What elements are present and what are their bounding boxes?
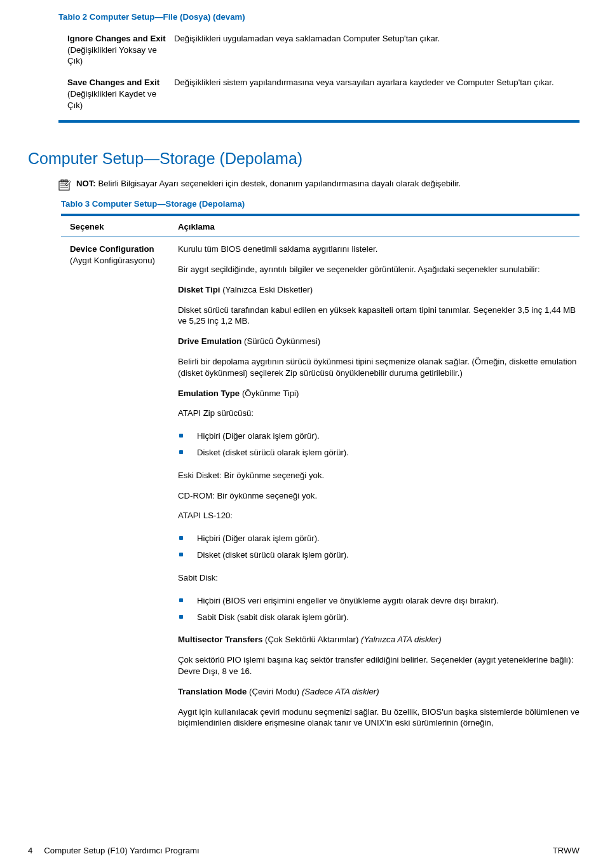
sub-heading: Emulation Type (Öykünme Tipi): [178, 388, 580, 399]
list-item-text: Disket (disket sürücü olarak işlem görür…: [197, 447, 349, 458]
list-item: Disket (disket sürücü olarak işlem görür…: [179, 444, 580, 461]
sub-heading-italic: (Sadece ATA diskler): [302, 687, 379, 696]
table2-cell-option: Save Changes and Exit (Değişiklikleri Ka…: [67, 77, 174, 111]
table3-title: Tablo 3 Computer Setup—Storage (Depolama…: [61, 198, 580, 210]
paragraph: Belirli bir depolama aygıtının sürücü öy…: [178, 356, 580, 379]
paragraph: Kurulu tüm BIOS denetimli saklama aygıtl…: [178, 244, 580, 255]
sub-heading: Drive Emulation (Sürücü Öykünmesi): [178, 336, 580, 347]
table3-head-desc: Açıklama: [178, 221, 580, 233]
page-number: 4: [28, 845, 32, 857]
note-text: NOT: Belirli Bilgisayar Ayarı seçenekler…: [76, 178, 580, 189]
bullet-icon: [179, 598, 183, 602]
list-item: Disket (disket sürücü olarak işlem görür…: [179, 547, 580, 563]
option-name: Device Configuration: [70, 244, 154, 254]
table3-option-cell: Device Configuration (Aygıt Konfigürasyo…: [70, 244, 178, 729]
sub-heading-rest: (Sürücü Öykünmesi): [241, 336, 320, 346]
sub-heading-rest: (Çok Sektörlü Aktarımlar): [262, 635, 361, 644]
list-item-text: Disket (disket sürücü olarak işlem görür…: [197, 549, 349, 561]
option-name-rest: (Değişiklikleri Kaydet ve Çık): [67, 89, 156, 110]
list-item: Hiçbiri (Diğer olarak işlem görür).: [179, 530, 580, 547]
list-item-text: Hiçbiri (BIOS veri erişimini engeller ve…: [197, 595, 499, 607]
option-name-rest: (Değişiklikleri Yoksay ve Çık): [67, 45, 157, 66]
table2-row: Save Changes and Exit (Değişiklikleri Ka…: [58, 71, 580, 114]
paragraph: Aygıt için kullanılacak çeviri modunu se…: [178, 706, 580, 729]
sub-heading-bold: Disket Tipi: [178, 285, 222, 294]
sub-heading-bold: Multisector Transfers: [178, 635, 262, 644]
sub-heading-bold: Emulation Type: [178, 389, 240, 398]
paragraph: Çok sektörlü PIO işlemi başına kaç sektö…: [178, 654, 580, 677]
list-item-text: Hiçbiri (Diğer olarak işlem görür).: [197, 533, 320, 544]
table2-title: Tablo 2 Computer Setup—File (Dosya) (dev…: [58, 11, 580, 23]
table3-body: Device Configuration (Aygıt Konfigürasyo…: [61, 237, 580, 729]
bullet-icon: [179, 615, 183, 619]
note-icon: [58, 179, 71, 191]
option-name: Save Changes and Exit: [67, 78, 159, 87]
bullet-list: Hiçbiri (Diğer olarak işlem görür). Disk…: [178, 428, 580, 461]
table3-header: Seçenek Açıklama: [61, 216, 580, 237]
footer-right: TRWW: [553, 845, 580, 857]
table2-cell-desc: Değişiklikleri sistem yapılandırmasına v…: [174, 77, 580, 111]
sub-heading-bold: Drive Emulation: [178, 336, 241, 346]
bullet-icon: [179, 536, 183, 540]
sub-heading-rest: (Öykünme Tipi): [240, 389, 299, 398]
paragraph: ATAPI Zip sürücüsü:: [178, 408, 580, 419]
sub-heading: Disket Tipi (Yalnızca Eski Disketler): [178, 284, 580, 296]
sub-heading: Translation Mode (Çeviri Modu) (Sadece A…: [178, 686, 580, 698]
bullet-icon: [179, 434, 183, 437]
sub-heading-bold: Translation Mode: [178, 687, 247, 696]
list-item-text: Hiçbiri (Diğer olarak işlem görür).: [197, 431, 320, 442]
sub-heading-rest: (Çeviri Modu): [247, 687, 301, 696]
option-name: Ignore Changes and Exit: [67, 34, 166, 43]
paragraph: Sabit Disk:: [178, 572, 580, 584]
paragraph: Eski Disket: Bir öykünme seçeneği yok.: [178, 470, 580, 481]
sub-heading-italic: (Yalnızca ATA diskler): [361, 635, 442, 644]
list-item-text: Sabit Disk (sabit disk olarak işlem görü…: [197, 612, 349, 623]
table2: Ignore Changes and Exit (Değişiklikleri …: [58, 27, 580, 115]
table3-head-option: Seçenek: [70, 221, 178, 233]
sub-heading: Multisector Transfers (Çok Sektörlü Akta…: [178, 634, 580, 645]
bullet-icon: [179, 450, 183, 454]
bullet-list: Hiçbiri (BIOS veri erişimini engeller ve…: [178, 593, 580, 626]
paragraph: Disket sürücü tarafından kabul edilen en…: [178, 305, 580, 327]
page-footer: 4 Computer Setup (F10) Yardımcı Programı…: [28, 845, 580, 857]
bullet-list: Hiçbiri (Diğer olarak işlem görür). Disk…: [178, 530, 580, 563]
note-body: Belirli Bilgisayar Ayarı seçenekleri içi…: [96, 179, 461, 188]
table2-cell-desc: Değişiklikleri uygulamadan veya saklamad…: [174, 33, 580, 67]
option-name-rest: (Aygıt Konfigürasyonu): [70, 256, 155, 265]
section-heading: Computer Setup—Storage (Depolama): [28, 148, 580, 170]
table3-desc-cell: Kurulu tüm BIOS denetimli saklama aygıtl…: [178, 244, 580, 729]
note-block: NOT: Belirli Bilgisayar Ayarı seçenekler…: [58, 178, 580, 191]
paragraph: CD-ROM: Bir öykünme seçeneği yok.: [178, 490, 580, 502]
bullet-icon: [179, 553, 183, 556]
paragraph: Bir aygıt seçildiğinde, ayrıntılı bilgil…: [178, 264, 580, 275]
paragraph: ATAPI LS-120:: [178, 510, 580, 521]
chapter-title: Computer Setup (F10) Yardımcı Programı: [44, 845, 199, 857]
note-label: NOT:: [76, 179, 96, 188]
list-item: Hiçbiri (BIOS veri erişimini engeller ve…: [179, 593, 580, 609]
sub-heading-rest: (Yalnızca Eski Disketler): [222, 285, 313, 294]
table2-end-rule: [58, 120, 580, 123]
list-item: Sabit Disk (sabit disk olarak işlem görü…: [179, 609, 580, 626]
table2-row: Ignore Changes and Exit (Değişiklikleri …: [58, 27, 580, 71]
list-item: Hiçbiri (Diğer olarak işlem görür).: [179, 428, 580, 444]
table2-cell-option: Ignore Changes and Exit (Değişiklikleri …: [67, 33, 174, 67]
